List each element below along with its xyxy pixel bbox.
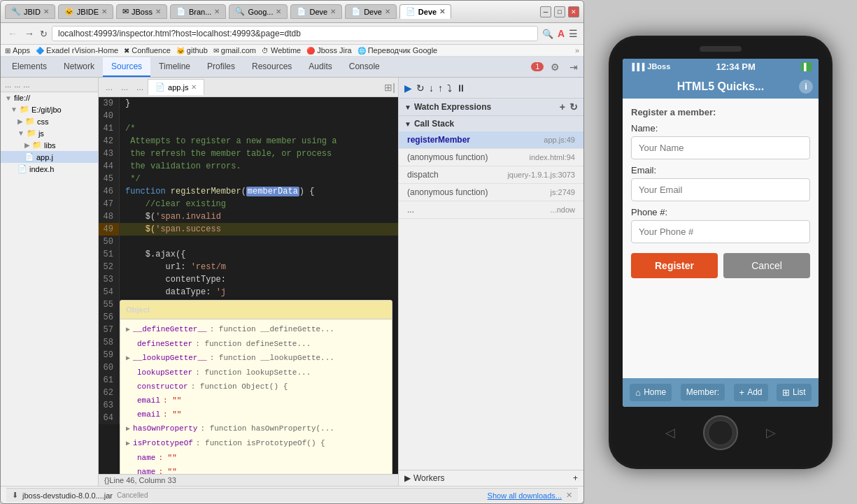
tab-close-jbide[interactable]: ✕ — [101, 8, 107, 15]
bookmark-translate[interactable]: 🌐 Переводчик Google — [357, 46, 438, 55]
tooltip-body[interactable]: ▶ __defineGetter__ : function __defineGe… — [120, 319, 392, 474]
tab-close-jboss[interactable]: ✕ — [155, 8, 161, 15]
workers-add-btn[interactable]: + — [573, 473, 578, 483]
tab-sources[interactable]: Sources — [103, 57, 150, 77]
debug-pause-btn[interactable]: ⏸ — [456, 82, 466, 94]
code-tab-ellipsis2[interactable]: ... — [117, 80, 132, 95]
tab-deve1[interactable]: 📄 Deve ✕ — [290, 4, 342, 19]
code-panel-toggle[interactable]: | — [392, 82, 395, 93]
home-button[interactable] — [703, 415, 738, 450]
code-tab-ellipsis1[interactable]: ... — [101, 80, 117, 95]
menu-button[interactable]: ☰ — [569, 28, 578, 39]
nav-home[interactable]: ⌂ Home — [630, 384, 672, 401]
address-bar[interactable] — [52, 26, 538, 41]
call-stack-item-anon2[interactable]: (anonymous function) js:2749 — [399, 184, 583, 201]
tree-index-file[interactable]: 📄 index.h — [1, 163, 98, 175]
tree-git-folder[interactable]: ▼ 📁 E:/git/jbo — [1, 103, 98, 115]
code-tab-close[interactable]: ✕ — [191, 83, 197, 91]
bookmark-webtime[interactable]: ⏱ Webtime — [262, 46, 301, 55]
maximize-button[interactable]: □ — [554, 6, 565, 17]
phone-info-button[interactable]: i — [799, 80, 813, 94]
code-tab-ellipsis3[interactable]: ... — [132, 80, 148, 95]
font-size-button[interactable]: A — [558, 28, 565, 39]
watch-refresh-btn[interactable]: ↻ — [569, 101, 578, 113]
bookmark-apps[interactable]: ⊞ Apps — [5, 46, 30, 55]
call-stack-item-anonymous[interactable]: (anonymous function) index.html:94 — [399, 149, 583, 166]
more-bookmarks-button[interactable]: » — [575, 46, 579, 55]
tooltip-title: Object — [120, 301, 392, 319]
watch-section-header[interactable]: ▼ Watch Expressions + ↻ — [399, 99, 583, 115]
tab-network[interactable]: Network — [55, 57, 103, 77]
debug-step-over-btn[interactable]: ↻ — [416, 82, 425, 94]
expand-icon[interactable]: ▶ — [126, 324, 130, 336]
devtools-settings-btn[interactable]: ⚙ — [548, 60, 562, 74]
cancel-button[interactable]: Cancel — [723, 253, 810, 278]
bookmark-confluence[interactable]: ✖ Confluence — [124, 46, 171, 55]
workers-header[interactable]: ▶ Workers + — [404, 473, 578, 483]
bookmark-github[interactable]: 🐱 github — [176, 46, 208, 55]
file-tree-ellipsis3[interactable]: ... — [23, 80, 29, 89]
bookmark-exadel[interactable]: 🔷 Exadel rVision-Home — [36, 46, 118, 55]
tab-resources[interactable]: Resources — [243, 57, 300, 77]
call-stack-header[interactable]: ▼ Call Stack — [399, 116, 583, 131]
tab-audits[interactable]: Audits — [300, 57, 340, 77]
phone-input[interactable] — [631, 220, 810, 243]
close-button[interactable]: ✕ — [568, 6, 579, 17]
debug-play-btn[interactable]: ▶ — [404, 82, 412, 94]
nav-member[interactable]: Member: — [681, 384, 725, 401]
email-input[interactable] — [631, 178, 810, 201]
call-stack-item-dispatch[interactable]: dispatch jquery-1.9.1.js:3073 — [399, 166, 583, 184]
debug-step-into-btn[interactable]: ↓ — [429, 82, 434, 94]
tree-libs-folder[interactable]: ▶ 📁 libs — [1, 139, 98, 151]
file-tree-ellipsis2[interactable]: ... — [14, 80, 20, 89]
show-all-downloads-link[interactable]: Show all downloads... — [488, 491, 562, 500]
tab-close-bran[interactable]: ✕ — [214, 8, 220, 15]
code-area[interactable]: 39 } 40 41 /* 42 Attempts to register a … — [99, 97, 398, 474]
bookmark-jboss-jira[interactable]: 🔴 Jboss Jira — [306, 46, 352, 55]
split-view-btn[interactable]: ⊞ — [384, 82, 392, 93]
tab-timeline[interactable]: Timeline — [150, 57, 199, 77]
tab-console[interactable]: Console — [341, 57, 388, 77]
bookmark-gmail[interactable]: ✉ gmail.com — [213, 46, 256, 55]
tab-close-jbid[interactable]: ✕ — [43, 8, 49, 15]
tab-close-deve2[interactable]: ✕ — [385, 8, 390, 15]
tab-bran[interactable]: 📄 Bran... ✕ — [170, 4, 226, 19]
call-stack-item-registerMember[interactable]: registerMember app.js:49 — [399, 131, 583, 149]
tab-jbid[interactable]: 🔧 JBID ✕ — [5, 4, 55, 19]
tree-css-folder[interactable]: ▶ 📁 css — [1, 115, 98, 127]
tab-deve2[interactable]: 📄 Deve ✕ — [345, 4, 397, 19]
back-button[interactable]: ← — [6, 27, 19, 41]
tab-goog[interactable]: 🔍 Goog... ✕ — [229, 4, 288, 19]
tree-appjs-file[interactable]: 📄 app.j — [1, 151, 98, 163]
tree-root[interactable]: ▼ file:// — [1, 92, 98, 103]
nav-add[interactable]: + Add — [734, 384, 768, 401]
name-input[interactable] — [631, 136, 810, 159]
tab-close-deve3[interactable]: ✕ — [439, 8, 445, 15]
debug-step-out-btn[interactable]: ↑ — [438, 82, 443, 94]
register-button[interactable]: Register — [631, 253, 718, 278]
refresh-button[interactable]: ↻ — [40, 29, 48, 39]
tab-profiles[interactable]: Profiles — [199, 57, 243, 77]
back-arrow-button[interactable]: ◁ — [665, 425, 675, 440]
file-tree-collapse[interactable]: ... — [5, 80, 11, 89]
code-tab-appjs[interactable]: 📄 app.js ✕ — [148, 79, 204, 95]
watch-add-btn[interactable]: + — [560, 101, 565, 113]
debug-deactivate-btn[interactable]: ⤵ — [447, 82, 452, 94]
devtools-dock-btn[interactable]: ⇥ — [567, 60, 581, 74]
tab-jbide[interactable]: 🐱 JBIDE ✕ — [58, 4, 113, 19]
expand-icon-4[interactable]: ▶ — [126, 438, 130, 450]
minimize-button[interactable]: ─ — [540, 6, 551, 17]
forward-button[interactable]: → — [23, 27, 36, 41]
expand-icon-3[interactable]: ▶ — [126, 423, 130, 435]
downloads-bar-close[interactable]: ✕ — [566, 491, 572, 500]
tab-elements[interactable]: Elements — [3, 57, 55, 77]
tab-close-deve1[interactable]: ✕ — [330, 8, 336, 15]
tab-jboss[interactable]: ✉ JBoss ✕ — [116, 4, 167, 19]
tab-deve3[interactable]: 📄 Deve ✕ — [399, 4, 451, 19]
tab-close-goog[interactable]: ✕ — [276, 8, 281, 15]
call-stack-item-window[interactable]: ... ...ndow — [399, 201, 583, 219]
tree-js-folder[interactable]: ▼ 📁 js — [1, 127, 98, 139]
forward-arrow-button[interactable]: ▷ — [766, 425, 776, 440]
expand-icon-2[interactable]: ▶ — [126, 352, 130, 365]
nav-list[interactable]: ⊞ List — [777, 384, 812, 401]
